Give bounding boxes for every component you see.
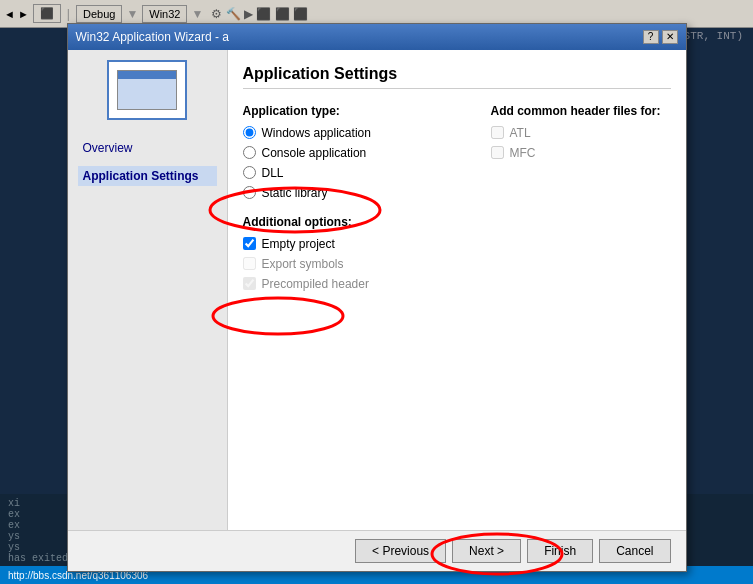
additional-options-group: Empty project Export symbols Precompiled… [243, 237, 471, 291]
checkbox-atl-input[interactable] [491, 126, 504, 139]
close-button[interactable]: ✕ [662, 30, 678, 44]
finish-button[interactable]: Finish [527, 539, 593, 563]
checkbox-export-label: Export symbols [262, 257, 344, 271]
preview-inner [117, 70, 177, 110]
toolbar-separator2: ▼ [126, 7, 138, 21]
header-options-group: ATL MFC [491, 126, 671, 160]
left-options: Application type: Windows application Co… [243, 104, 471, 291]
dialog-window: Win32 Application Wizard - a ? ✕ Overvie… [67, 23, 687, 572]
checkbox-mfc-label: MFC [510, 146, 536, 160]
win32-button[interactable]: Win32 [142, 5, 187, 23]
toolbar-separator3: ▼ [191, 7, 203, 21]
right-panel: Application Settings Application type: W… [228, 50, 686, 530]
radio-static-lib[interactable]: Static library [243, 186, 471, 200]
toolbar-icon-btn[interactable]: ⬛ [33, 4, 61, 23]
radio-dll-label: DLL [262, 166, 284, 180]
checkbox-empty-input[interactable] [243, 237, 256, 250]
sidebar-item-overview[interactable]: Overview [78, 138, 217, 158]
radio-windows-app[interactable]: Windows application [243, 126, 471, 140]
radio-console-app[interactable]: Console application [243, 146, 471, 160]
help-button[interactable]: ? [643, 30, 659, 44]
sidebar-item-application-settings[interactable]: Application Settings [78, 166, 217, 186]
radio-console-label: Console application [262, 146, 367, 160]
previous-button[interactable]: < Previous [355, 539, 446, 563]
preview-titlebar [118, 71, 176, 79]
app-type-label: Application type: [243, 104, 471, 118]
radio-console-input[interactable] [243, 146, 256, 159]
left-panel: Overview Application Settings [68, 50, 228, 530]
checkbox-precompiled[interactable]: Precompiled header [243, 277, 471, 291]
panel-title: Application Settings [243, 65, 671, 89]
dialog-controls: ? ✕ [643, 30, 678, 44]
app-type-radio-group: Windows application Console application … [243, 126, 471, 200]
modal-overlay: Win32 Application Wizard - a ? ✕ Overvie… [0, 28, 753, 566]
radio-windows-input[interactable] [243, 126, 256, 139]
checkbox-empty-project[interactable]: Empty project [243, 237, 471, 251]
radio-dll[interactable]: DLL [243, 166, 471, 180]
debug-button[interactable]: Debug [76, 5, 122, 23]
dialog-titlebar: Win32 Application Wizard - a ? ✕ [68, 24, 686, 50]
dialog-footer: < Previous Next > Finish Cancel [68, 530, 686, 571]
checkbox-export[interactable]: Export symbols [243, 257, 471, 271]
checkbox-empty-label: Empty project [262, 237, 335, 251]
content-area: Application type: Windows application Co… [243, 104, 671, 291]
header-mfc[interactable]: MFC [491, 146, 671, 160]
checkbox-export-input[interactable] [243, 257, 256, 270]
toolbar-back: ◄ ► [4, 8, 29, 20]
preview-box [107, 60, 187, 120]
checkbox-atl-label: ATL [510, 126, 531, 140]
radio-dll-input[interactable] [243, 166, 256, 179]
header-atl[interactable]: ATL [491, 126, 671, 140]
checkbox-precompiled-label: Precompiled header [262, 277, 369, 291]
common-headers-label: Add common header files for: [491, 104, 671, 118]
toolbar-separator: | [67, 7, 70, 21]
checkbox-precompiled-input[interactable] [243, 277, 256, 290]
cancel-button[interactable]: Cancel [599, 539, 670, 563]
checkbox-mfc-input[interactable] [491, 146, 504, 159]
next-button[interactable]: Next > [452, 539, 521, 563]
radio-staticlib-label: Static library [262, 186, 328, 200]
radio-windows-label: Windows application [262, 126, 371, 140]
dialog-title: Win32 Application Wizard - a [76, 30, 229, 44]
toolbar-icons: ⚙ 🔨 ▶ ⬛ ⬛ ⬛ [211, 7, 308, 21]
right-options: Add common header files for: ATL MFC [491, 104, 671, 291]
radio-staticlib-input[interactable] [243, 186, 256, 199]
additional-options-label: Additional options: [243, 215, 471, 229]
dialog-body: Overview Application Settings Applicatio… [68, 50, 686, 530]
